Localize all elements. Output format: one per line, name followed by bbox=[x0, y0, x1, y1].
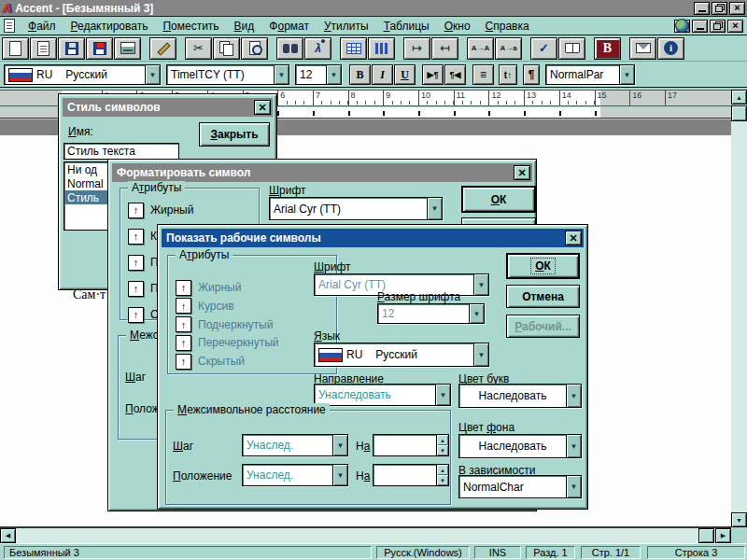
language-combobox[interactable]: RU Русский ▼ bbox=[4, 64, 161, 85]
letter-color-combobox[interactable]: Наследовать ▼ bbox=[458, 384, 582, 408]
scroll-right-button[interactable]: ▶ bbox=[715, 528, 731, 543]
chevron-down-icon[interactable]: ▼ bbox=[473, 274, 488, 295]
paragraph-style-combobox[interactable]: NormalPar ▼ bbox=[545, 64, 635, 85]
step-combobox[interactable]: Унаслед. ▼ bbox=[242, 434, 348, 456]
underline-button[interactable]: U bbox=[394, 64, 416, 85]
spin-up-icon[interactable]: ▲ bbox=[437, 465, 448, 475]
brand-b-button[interactable]: B bbox=[594, 37, 621, 60]
chevron-down-icon[interactable]: ▼ bbox=[332, 465, 347, 485]
spin-down-icon[interactable]: ▼ bbox=[437, 475, 448, 485]
open-document-button[interactable] bbox=[30, 37, 57, 60]
chevron-down-icon[interactable]: ▼ bbox=[469, 304, 484, 323]
direction-combobox[interactable]: Унаследовать ▼ bbox=[314, 384, 451, 406]
spellcheck-button[interactable]: ✓ bbox=[530, 37, 557, 60]
position-amount-field[interactable]: ▲▼ bbox=[373, 464, 449, 486]
chevron-down-icon[interactable]: ▼ bbox=[619, 65, 634, 84]
save-button[interactable] bbox=[58, 37, 85, 60]
chevron-down-icon[interactable]: ▼ bbox=[145, 65, 160, 84]
new-document-button[interactable] bbox=[2, 37, 29, 60]
chevron-down-icon[interactable]: ▼ bbox=[435, 385, 450, 405]
para-direction-ltr-button[interactable]: ▶¶ bbox=[422, 64, 444, 85]
horizontal-scroll-thumb[interactable] bbox=[698, 528, 714, 543]
scroll-left-button[interactable]: ◀ bbox=[0, 528, 16, 543]
menu-item-format[interactable]: Формат bbox=[261, 19, 317, 34]
scroll-down-button[interactable]: ▼ bbox=[731, 512, 747, 527]
chevron-down-icon[interactable]: ▼ bbox=[566, 476, 581, 497]
menu-item-window[interactable]: Окно bbox=[437, 19, 478, 34]
tab-character-button[interactable]: t↑ bbox=[499, 64, 517, 85]
italic-button[interactable]: I bbox=[372, 64, 393, 85]
attribute-toggle-button[interactable]: ↑ bbox=[128, 281, 144, 297]
horizontal-scrollbar[interactable]: ◀ ▶ bbox=[0, 527, 731, 543]
chevron-down-icon[interactable]: ▼ bbox=[274, 65, 289, 84]
globe-button[interactable] bbox=[674, 20, 690, 33]
step-amount-field[interactable]: ▲▼ bbox=[373, 434, 449, 456]
attribute-toggle-button[interactable]: ↑ bbox=[176, 354, 191, 370]
lowercase-button[interactable]: A→a bbox=[495, 37, 522, 60]
chevron-down-icon[interactable]: ▼ bbox=[566, 385, 581, 407]
columns-button[interactable] bbox=[368, 37, 395, 60]
ok-button[interactable]: ОК bbox=[461, 186, 536, 213]
indent-left-button[interactable]: ↤ bbox=[431, 37, 458, 60]
chevron-down-icon[interactable]: ▼ bbox=[473, 343, 488, 366]
mail-button[interactable] bbox=[629, 37, 656, 60]
cut-button[interactable]: ✂ bbox=[185, 37, 212, 60]
menu-item-utilities[interactable]: Утилиты bbox=[317, 19, 376, 34]
menu-item-view[interactable]: Вид bbox=[227, 19, 262, 34]
attribute-toggle-button[interactable]: ↑ bbox=[128, 229, 144, 245]
dialog-close-button[interactable]: ✕ bbox=[254, 100, 271, 115]
menu-item-insert[interactable]: Поместить bbox=[155, 19, 226, 34]
find-button[interactable] bbox=[276, 37, 303, 60]
position-combobox[interactable]: Унаслед. ▼ bbox=[242, 464, 348, 486]
menu-item-help[interactable]: Справка bbox=[478, 19, 537, 34]
vertical-scrollbar[interactable]: ▲ ▼ bbox=[731, 90, 747, 527]
dictionary-button[interactable] bbox=[558, 37, 585, 60]
dialog-title-bar[interactable]: Показать рабочие символы bbox=[162, 229, 584, 247]
draw-pen-button[interactable] bbox=[149, 37, 176, 60]
copy-button[interactable] bbox=[213, 37, 240, 60]
restore-button[interactable] bbox=[712, 2, 727, 15]
menu-item-tables[interactable]: Таблицы bbox=[376, 19, 437, 34]
info-button[interactable]: i bbox=[657, 37, 684, 60]
based-on-combobox[interactable]: NormalChar ▼ bbox=[458, 475, 582, 498]
document-restore-button[interactable] bbox=[710, 20, 726, 33]
para-direction-rtl-button[interactable]: ¶◀ bbox=[444, 64, 466, 85]
menu-item-edit[interactable]: Редактировать bbox=[63, 19, 156, 34]
dialog-close-button[interactable]: ✕ bbox=[565, 231, 582, 245]
minimize-button[interactable] bbox=[694, 2, 710, 15]
print-preview-button[interactable] bbox=[241, 37, 268, 60]
uppercase-button[interactable]: A→A bbox=[467, 37, 494, 60]
dialog-close-button[interactable]: ✕ bbox=[514, 165, 530, 180]
font-size-combobox[interactable]: 12 ▼ bbox=[377, 303, 485, 324]
cancel-button[interactable]: Отмена bbox=[506, 285, 580, 308]
close-dialog-button[interactable]: Закрыть bbox=[199, 122, 270, 147]
font-name-combobox[interactable]: TimelTCY (TT) ▼ bbox=[166, 64, 289, 85]
language-combobox[interactable]: RU Русский ▼ bbox=[314, 343, 489, 367]
attribute-toggle-button[interactable]: ↑ bbox=[128, 203, 144, 218]
chevron-down-icon[interactable]: ▼ bbox=[427, 198, 442, 219]
close-button[interactable]: × bbox=[729, 2, 745, 15]
attribute-toggle-button[interactable]: ↑ bbox=[176, 335, 191, 351]
attribute-toggle-button[interactable]: ↑ bbox=[176, 280, 191, 296]
font-size-combobox[interactable]: 12 ▼ bbox=[295, 64, 342, 85]
bold-button[interactable]: B bbox=[349, 64, 371, 85]
spin-down-icon[interactable]: ▼ bbox=[437, 445, 448, 455]
menu-item-file[interactable]: Файл bbox=[21, 19, 63, 34]
chevron-down-icon[interactable]: ▼ bbox=[326, 65, 341, 84]
document-close-button[interactable]: × bbox=[727, 20, 743, 33]
vertical-scroll-thumb[interactable] bbox=[731, 105, 747, 121]
font-combobox[interactable]: Arial Cyr (TT) ▼ bbox=[269, 197, 443, 220]
ok-button[interactable]: ОК bbox=[506, 253, 580, 279]
background-color-combobox[interactable]: Наследовать ▼ bbox=[458, 434, 582, 458]
spin-up-icon[interactable]: ▲ bbox=[437, 435, 448, 445]
style-name-input[interactable]: Стиль текста bbox=[63, 143, 179, 160]
save-as-button[interactable] bbox=[86, 37, 113, 60]
chevron-down-icon[interactable]: ▼ bbox=[332, 435, 347, 455]
indent-right-button[interactable]: ↦ bbox=[403, 37, 430, 60]
attribute-toggle-button[interactable]: ↑ bbox=[128, 255, 144, 271]
insert-table-button[interactable] bbox=[340, 37, 367, 60]
run-button[interactable]: λ bbox=[304, 37, 331, 60]
chevron-down-icon[interactable]: ▼ bbox=[566, 435, 581, 457]
dialog-title-bar[interactable]: Стиль символов bbox=[63, 98, 273, 117]
document-icon[interactable] bbox=[4, 19, 15, 33]
